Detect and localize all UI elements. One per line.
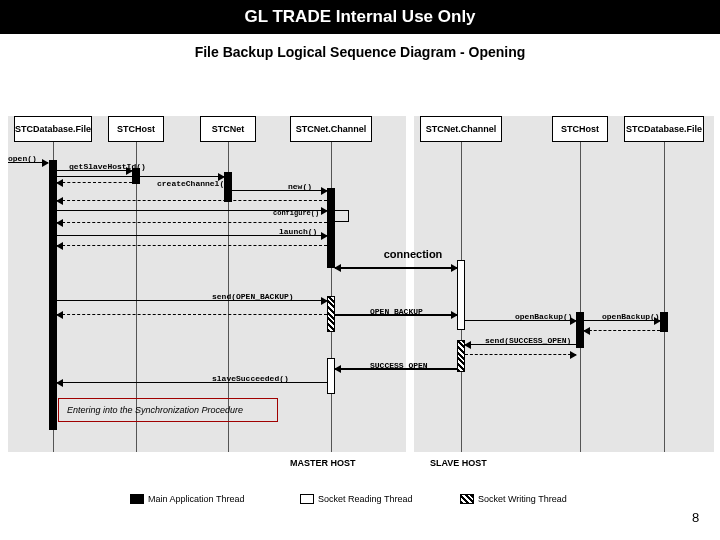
activation xyxy=(327,188,335,268)
msg-open: open() xyxy=(8,162,48,163)
legend-label: Main Application Thread xyxy=(148,494,244,504)
msg-openbackup-call2: openBackup() xyxy=(584,320,660,321)
lifeline xyxy=(580,142,581,452)
return xyxy=(465,354,576,355)
sequence-diagram: STCDatabase.File STCHost STCNet STCNet.C… xyxy=(0,0,720,540)
swatch-main xyxy=(130,494,144,504)
msg-launch: launch() xyxy=(57,235,327,236)
swatch-read xyxy=(300,494,314,504)
msg-success-open: SUCCESS_OPEN xyxy=(335,368,457,370)
slave-host-label: SLAVE HOST xyxy=(430,458,487,468)
swatch-write xyxy=(460,494,474,504)
return xyxy=(57,245,327,246)
note-sync-procedure: Entering into the Synchronization Proced… xyxy=(58,398,278,422)
legend-read-thread: Socket Reading Thread xyxy=(300,494,412,504)
participant-stchost-slave: STCHost xyxy=(552,116,608,142)
page-number: 8 xyxy=(692,510,699,525)
msg-send-open-backup: send(OPEN_BACKUP) xyxy=(57,300,327,301)
participant-stcnet: STCNet xyxy=(200,116,256,142)
master-host-label: MASTER HOST xyxy=(290,458,356,468)
msg-getslavehostid: getSlaveHostId() xyxy=(57,170,132,171)
participant-stchost-master: STCHost xyxy=(108,116,164,142)
msg-send-success-open: send(SUCCESS_OPEN) xyxy=(465,344,576,345)
activation xyxy=(327,358,335,394)
activation xyxy=(660,312,668,332)
return xyxy=(57,182,132,183)
lifeline xyxy=(664,142,665,452)
msg-open-backup: OPEN_BACKUP xyxy=(335,314,457,316)
participant-stcnetchannel-slave: STCNet.Channel xyxy=(420,116,502,142)
msg xyxy=(57,210,327,211)
activation xyxy=(457,260,465,330)
return xyxy=(57,200,327,201)
msg-createchannel: createChannel() xyxy=(57,176,224,177)
participant-stcdatabasefile-slave: STCDatabase.File xyxy=(624,116,704,142)
msg-connection xyxy=(335,267,457,269)
msg-configure: configure() xyxy=(335,210,349,222)
return xyxy=(57,222,327,223)
msg-new: new() xyxy=(232,190,327,191)
return xyxy=(57,314,327,315)
activation xyxy=(327,296,335,332)
msg-openbackup-call: openBackup() xyxy=(465,320,576,321)
legend-label: Socket Writing Thread xyxy=(478,494,567,504)
connection-label: connection xyxy=(378,248,448,260)
msg-slavesucceeded: slaveSucceeded() xyxy=(57,382,327,383)
participant-stcdatabasefile-master: STCDatabase.File xyxy=(14,116,92,142)
legend-label: Socket Reading Thread xyxy=(318,494,412,504)
return xyxy=(584,330,660,331)
participant-stcnetchannel-master: STCNet.Channel xyxy=(290,116,372,142)
legend-main-thread: Main Application Thread xyxy=(130,494,244,504)
legend-write-thread: Socket Writing Thread xyxy=(460,494,567,504)
